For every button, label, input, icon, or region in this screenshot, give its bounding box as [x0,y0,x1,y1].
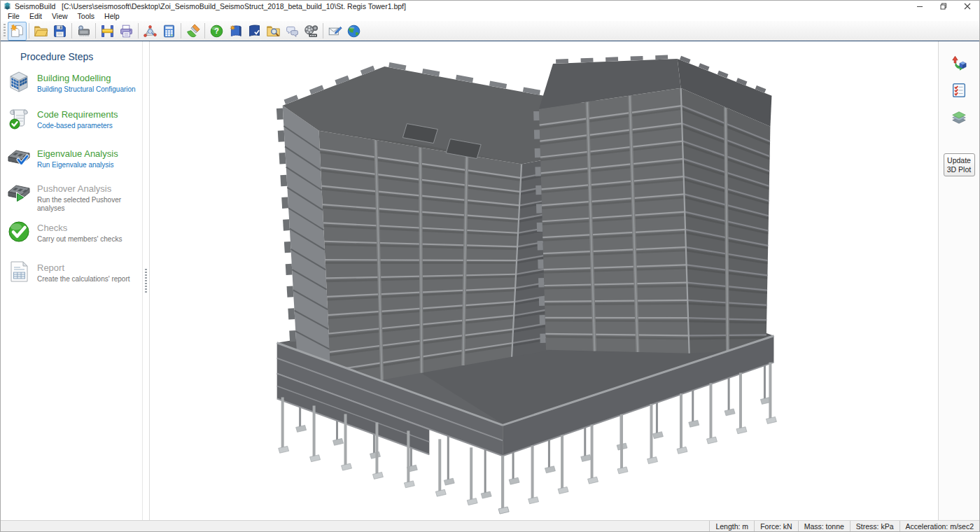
close-button[interactable] [955,1,979,11]
sidebar-header: Procedure Steps [20,51,93,62]
sidebar-item-subtitle[interactable]: Create the calculations' report [37,275,141,284]
new-project-button[interactable] [8,22,27,41]
calculator-icon [162,24,176,38]
main-toolbar: ? [1,21,979,41]
sidebar-item-title[interactable]: Building Modelling [37,73,141,83]
pushover-chip-icon [6,180,31,205]
sidebar-item-subtitle[interactable]: Building Structural Configuarion [37,85,141,94]
update-3d-plot-button[interactable]: Update 3D Plot [944,153,975,176]
minimize-icon [916,3,923,10]
3d-viewport[interactable] [150,41,938,520]
3d-model-view[interactable] [150,41,938,520]
menu-view[interactable]: View [47,12,73,20]
maximize-button[interactable] [932,1,955,11]
svg-text:?: ? [214,27,219,35]
repair-brush-button[interactable] [183,22,202,41]
sidebar-item-report[interactable]: Report Create the calculations' report [6,259,141,284]
toolbar-separator [204,23,205,38]
sidebar-item-title[interactable]: Code Requirements [37,109,141,120]
status-acceleration: Acceleration: m/sec2 [899,521,979,531]
toolbar-separator [138,23,139,38]
menu-file[interactable]: File [3,12,24,20]
status-stress: Stress: kPa [850,521,899,531]
sidebar-item-title[interactable]: Eigenvalue Analysis [37,148,141,159]
new-project-icon [10,24,24,38]
app-icon [3,1,12,10]
open-project-button[interactable] [31,22,50,41]
folder-search-icon [266,24,281,38]
save-project-button[interactable] [50,22,69,41]
code-scroll-icon [6,106,31,131]
sidebar-item-title[interactable]: Pushover Analysis [37,183,141,194]
email-icon [328,24,342,38]
seismosoft-website-button[interactable] [344,22,363,41]
checklist-icon [951,82,967,99]
print-report-button[interactable] [117,22,136,41]
sidebar-item-text: Report Create the calculations' report [37,259,141,284]
layers-button[interactable] [949,108,969,127]
sidebar-item-subtitle[interactable]: Carry out members' checks [37,235,141,244]
sidebar-item-subtitle[interactable]: Run Eigenvalue analysis [37,161,141,169]
menu-edit[interactable]: Edit [24,12,47,20]
status-bar: Length: m Force: kN Mass: tonne Stress: … [1,520,979,531]
sidebar-item-title[interactable]: Report [37,262,141,273]
window-title: SeismoBuild [C:\Users\seismosoft\Desktop… [15,2,406,10]
window-controls [908,1,979,11]
processor-settings-icon [76,24,91,38]
save-project-icon [52,24,67,38]
verification-book-icon [247,24,262,38]
menu-tools[interactable]: Tools [73,12,100,20]
sidebar-item-title[interactable]: Checks [37,223,141,233]
print-report-icon [119,24,134,38]
sample-search-button[interactable] [264,22,283,41]
procedure-sidebar: Procedure Steps [1,41,143,520]
structural-modelling-button[interactable] [98,22,117,41]
toolbar-grip[interactable] [4,24,6,38]
sidebar-item-building-modelling[interactable]: Building Modelling Building Structural C… [6,69,141,94]
menu-help[interactable]: Help [99,12,125,20]
verification-book-button[interactable] [245,22,264,41]
forum-chat-button[interactable] [283,22,302,41]
tutorial-book-icon [228,24,243,38]
update-3d-plot-label-line1: Update [944,156,974,165]
checklist-button[interactable] [949,81,969,99]
help-icon: ? [209,24,224,38]
3d-plot-button[interactable] [141,22,160,41]
processor-settings-button[interactable] [74,22,93,41]
sidebar-item-checks[interactable]: Checks Carry out members' checks [6,219,141,244]
sidebar-item-text: Code Requirements Code-based parameters [37,106,141,131]
title-bar: SeismoBuild [C:\Users\seismosoft\Desktop… [1,1,979,11]
status-length: Length: m [709,521,754,531]
sidebar-item-subtitle[interactable]: Run the selected Pushover analyses [37,196,141,212]
film-reel-icon [304,24,318,38]
app-window: SeismoBuild [C:\Users\seismosoft\Desktop… [0,0,980,532]
email-support-button[interactable] [326,22,344,41]
plot-options-icon [951,55,967,71]
sidebar-item-subtitle[interactable]: Code-based parameters [37,122,141,130]
3d-plot-icon [143,24,158,38]
structural-frame-icon [100,24,115,38]
minimize-button[interactable] [908,1,932,11]
sidebar-item-eigenvalue-analysis[interactable]: Eigenvalue Analysis Run Eigenvalue analy… [6,145,141,170]
tutorial-book-button[interactable] [226,22,245,41]
toolbar-separator [95,23,96,38]
video-tutorials-button[interactable] [302,22,321,41]
help-button[interactable]: ? [207,22,226,41]
sidebar-item-text: Eigenvalue Analysis Run Eigenvalue analy… [37,145,141,170]
plot-options-button[interactable] [949,54,969,72]
sidebar-item-pushover-analysis[interactable]: Pushover Analysis Run the selected Pusho… [6,180,141,212]
layers-icon [951,109,967,126]
building-icon [6,69,31,94]
content-area: Procedure Steps [1,41,979,520]
sidebar-item-text: Building Modelling Building Structural C… [37,69,141,94]
globe-icon [346,24,361,38]
right-tool-panel: Update 3D Plot [938,41,979,520]
eigenvalue-chip-icon [6,145,31,170]
sidebar-item-code-requirements[interactable]: Code Requirements Code-based parameters [6,106,141,131]
chat-bubbles-icon [285,24,300,38]
sidebar-splitter[interactable] [143,41,150,520]
calculator-button[interactable] [160,22,178,41]
open-project-icon [34,24,48,38]
splitter-grip-icon [145,269,147,293]
status-mass: Mass: tonne [798,521,850,531]
